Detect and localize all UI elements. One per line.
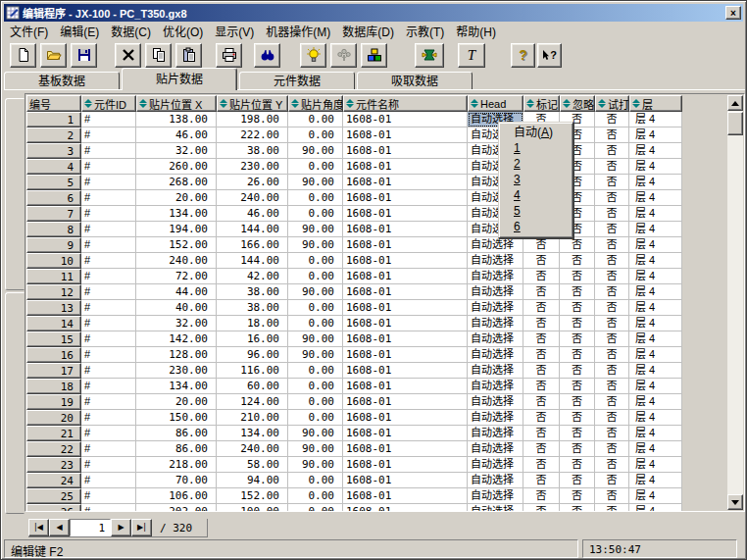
cell-place-y[interactable]: 152.00 [217,488,288,504]
cell-place-y[interactable]: 240.00 [217,190,288,206]
cell-head[interactable]: 自动选择 [468,253,523,269]
cell-trial[interactable]: 否 [595,143,629,159]
cell-head[interactable]: 自动选择 [468,269,523,284]
menu-item-3[interactable]: 优化(O) [157,21,209,41]
cell-place-y[interactable]: 42.00 [217,269,288,284]
cell-ignore[interactable]: 否 [560,488,595,504]
cell-part-id[interactable]: # [81,426,136,441]
cell-trial[interactable]: 否 [595,331,629,347]
components-button[interactable] [361,43,387,68]
cell-ignore[interactable]: 否 [560,394,595,410]
cell-place-x[interactable]: 150.00 [136,410,217,426]
column-header-5[interactable]: 元件名称 [343,95,468,112]
cell-ignore[interactable]: 否 [560,410,595,426]
cell-part-name[interactable]: 1608-01 [343,190,468,206]
cell-angle[interactable]: 0.00 [288,379,343,394]
cell-angle[interactable]: 0.00 [288,127,343,143]
row-number-cell[interactable]: 6 [26,190,81,206]
side-tab-1[interactable] [5,292,25,514]
cell-mark[interactable]: 否 [523,441,560,457]
cell-trial[interactable]: 否 [595,237,629,253]
cell-head[interactable]: 自动选择 [468,331,523,347]
row-number-cell[interactable]: 23 [26,457,81,473]
cell-head[interactable]: 自动选择 [468,379,523,394]
cell-place-y[interactable]: 222.00 [217,127,288,143]
cell-head[interactable]: 自动选择 [468,410,523,426]
cell-trial[interactable]: 否 [595,379,629,394]
row-number-cell[interactable]: 18 [26,379,81,394]
cell-head[interactable]: 自动选择 [468,504,523,512]
cell-place-x[interactable]: 138.00 [136,112,217,127]
cell-trial[interactable]: 否 [595,284,629,300]
cell-part-name[interactable]: 1608-01 [343,237,468,253]
cell-place-y[interactable]: 58.00 [217,457,288,473]
cell-angle[interactable]: 0.00 [288,316,343,331]
cell-part-id[interactable]: # [81,269,136,284]
cell-layer[interactable]: 层 4 [629,410,682,426]
cell-layer[interactable]: 层 4 [629,190,682,206]
cell-angle[interactable]: 0.00 [288,269,343,284]
cell-trial[interactable]: 否 [595,488,629,504]
copy-button[interactable] [145,43,172,68]
cell-part-id[interactable]: # [81,457,136,473]
cell-layer[interactable]: 层 4 [629,269,682,284]
head-dropdown-item-6[interactable]: 6 [499,219,573,234]
cell-part-name[interactable]: 1608-01 [343,394,468,410]
cell-place-x[interactable]: 142.00 [136,331,217,347]
cell-place-y[interactable]: 16.00 [217,331,288,347]
cell-place-x[interactable]: 40.00 [136,300,217,316]
scrollbar-thumb[interactable] [727,112,743,135]
column-header-4[interactable]: 贴片角度 [288,95,343,112]
cell-place-x[interactable]: 106.00 [136,488,217,504]
row-number-cell[interactable]: 26 [26,504,81,512]
context-help-button[interactable]: ? [537,43,562,68]
head-dropdown-item-4[interactable]: 4 [499,187,573,203]
cell-trial[interactable]: 否 [595,159,629,175]
cell-head[interactable]: 自动选择 [468,441,523,457]
cell-part-name[interactable]: 1608-01 [343,253,468,269]
cell-place-y[interactable]: 96.00 [217,347,288,363]
cell-place-y[interactable]: 38.00 [217,284,288,300]
cell-place-x[interactable]: 44.00 [136,284,217,300]
cell-part-id[interactable]: # [81,127,136,143]
cell-trial[interactable]: 否 [595,112,629,127]
row-number-cell[interactable]: 22 [26,441,81,457]
cell-mark[interactable]: 否 [523,284,560,300]
cell-ignore[interactable]: 否 [560,441,595,457]
row-number-cell[interactable]: 9 [26,237,81,253]
cell-trial[interactable]: 否 [595,300,629,316]
cell-angle[interactable]: 90.00 [288,347,343,363]
cell-angle[interactable]: 0.00 [288,190,343,206]
head-dropdown-item-1[interactable]: 1 [499,140,573,156]
cell-part-name[interactable]: 1608-01 [343,175,468,190]
prev-record-button[interactable]: ◀ [49,519,70,536]
cell-ignore[interactable]: 否 [560,269,595,284]
cell-mark[interactable]: 否 [523,237,560,253]
optimize-button[interactable] [300,43,326,68]
cell-mark[interactable]: 否 [523,363,560,379]
cell-mark[interactable]: 否 [523,504,560,512]
cell-layer[interactable]: 层 4 [629,488,682,504]
head-dropdown-item-3[interactable]: 3 [499,172,573,187]
cell-place-y[interactable]: 26.00 [217,175,288,190]
cell-place-y[interactable]: 230.00 [217,159,288,175]
cell-mark[interactable]: 否 [523,488,560,504]
cell-part-name[interactable]: 1608-01 [343,488,468,504]
cell-layer[interactable]: 层 4 [629,143,682,159]
cell-angle[interactable]: 90.00 [288,284,343,300]
cell-place-y[interactable]: 38.00 [217,143,288,159]
cell-part-id[interactable]: # [81,112,136,127]
cell-part-id[interactable]: # [81,410,136,426]
cell-part-id[interactable]: # [81,159,136,175]
column-header-0[interactable]: 编号 [26,95,81,112]
cell-layer[interactable]: 层 4 [629,206,682,222]
record-number-input[interactable]: 1 [70,519,111,536]
cell-angle[interactable]: 0.00 [288,394,343,410]
row-number-cell[interactable]: 16 [26,347,81,363]
tab-1[interactable]: 贴片数据 [122,68,237,90]
cell-angle[interactable]: 90.00 [288,457,343,473]
cell-angle[interactable]: 0.00 [288,206,343,222]
cell-layer[interactable]: 层 4 [629,426,682,441]
station-button[interactable] [330,43,357,68]
cell-part-id[interactable]: # [81,190,136,206]
